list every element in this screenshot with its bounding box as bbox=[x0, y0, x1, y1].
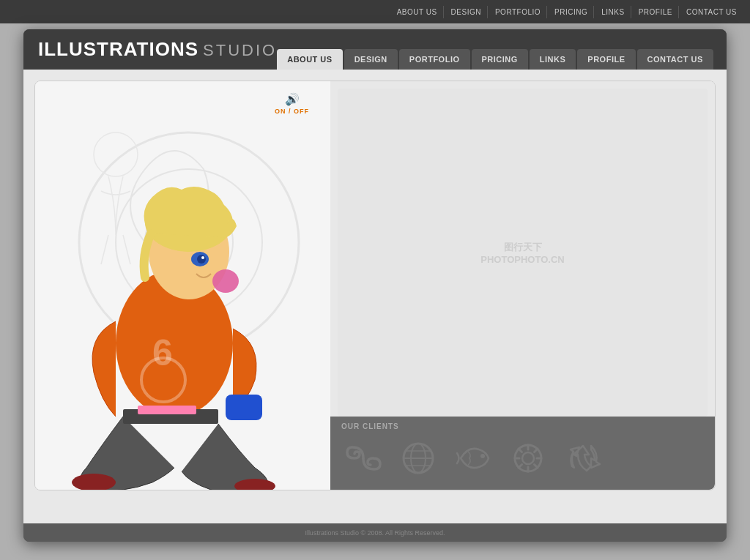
client-icon-globe[interactable] bbox=[396, 436, 440, 480]
svg-point-8 bbox=[197, 255, 206, 264]
svg-point-10 bbox=[212, 269, 239, 293]
top-nav-contact[interactable]: CONTACT US bbox=[680, 6, 743, 18]
tab-links[interactable]: LINKS bbox=[530, 49, 576, 70]
clients-bar: OUR CLIENTS bbox=[330, 417, 715, 490]
footer-text: Illustrations Studio © 2008. All Rights … bbox=[305, 529, 445, 537]
main-content-area: 图行天下PHOTOPHOTO.CN bbox=[338, 89, 708, 417]
character-illustration: 6 bbox=[35, 109, 306, 490]
tab-contact[interactable]: CONTACT US bbox=[637, 49, 713, 70]
sound-icon: 🔊 bbox=[285, 92, 300, 106]
logo: ILLUSTRATIONS STUDIO bbox=[38, 38, 277, 70]
top-nav-design[interactable]: DESIGN bbox=[445, 6, 488, 18]
svg-text:6: 6 bbox=[152, 332, 173, 373]
tab-about[interactable]: ABOUT US bbox=[277, 49, 342, 70]
tab-profile[interactable]: PROFILE bbox=[577, 49, 635, 70]
footer: Illustrations Studio © 2008. All Rights … bbox=[23, 523, 727, 542]
logo-illustrations: ILLUSTRATIONS bbox=[38, 38, 198, 61]
top-nav-links[interactable]: LINKS bbox=[595, 6, 631, 18]
top-nav: ABOUT US DESIGN PORTFOLIO PRICING LINKS … bbox=[391, 6, 743, 18]
svg-point-25 bbox=[480, 454, 485, 458]
top-nav-pricing[interactable]: PRICING bbox=[549, 6, 594, 18]
client-icon-recycle[interactable] bbox=[561, 436, 605, 480]
watermark: 图行天下PHOTOPHOTO.CN bbox=[480, 241, 564, 265]
top-nav-portfolio[interactable]: PORTFOLIO bbox=[489, 6, 547, 18]
right-panel: 图行天下PHOTOPHOTO.CN OUR CLIENTS bbox=[330, 81, 715, 490]
svg-point-9 bbox=[201, 256, 204, 259]
sound-label: ON / OFF bbox=[275, 108, 309, 115]
client-icon-gear[interactable] bbox=[506, 436, 550, 480]
logo-studio: STUDIO bbox=[203, 41, 277, 60]
main-container: ILLUSTRATIONS STUDIO ABOUT US DESIGN POR… bbox=[23, 29, 727, 542]
tab-portfolio[interactable]: PORTFOLIO bbox=[399, 49, 470, 70]
clients-icons bbox=[341, 436, 704, 480]
header: ILLUSTRATIONS STUDIO ABOUT US DESIGN POR… bbox=[23, 29, 727, 70]
sound-control[interactable]: 🔊 ON / OFF bbox=[275, 92, 309, 115]
clients-label: OUR CLIENTS bbox=[341, 422, 704, 430]
top-nav-about[interactable]: ABOUT US bbox=[391, 6, 444, 18]
content-area: 🔊 ON / OFF bbox=[23, 70, 727, 523]
nav-tabs: ABOUT US DESIGN PORTFOLIO PRICING LINKS … bbox=[277, 49, 713, 70]
client-icon-fish[interactable] bbox=[451, 436, 495, 480]
top-bar: ABOUT US DESIGN PORTFOLIO PRICING LINKS … bbox=[0, 0, 750, 23]
tab-pricing[interactable]: PRICING bbox=[472, 49, 528, 70]
left-panel: 🔊 ON / OFF bbox=[35, 81, 354, 490]
tab-design[interactable]: DESIGN bbox=[344, 49, 398, 70]
svg-rect-13 bbox=[226, 395, 262, 420]
svg-rect-19 bbox=[138, 406, 196, 414]
svg-point-27 bbox=[522, 452, 534, 464]
top-nav-profile[interactable]: PROFILE bbox=[633, 6, 679, 18]
client-icon-spiral[interactable] bbox=[341, 436, 385, 480]
content-inner: 🔊 ON / OFF bbox=[34, 81, 716, 490]
